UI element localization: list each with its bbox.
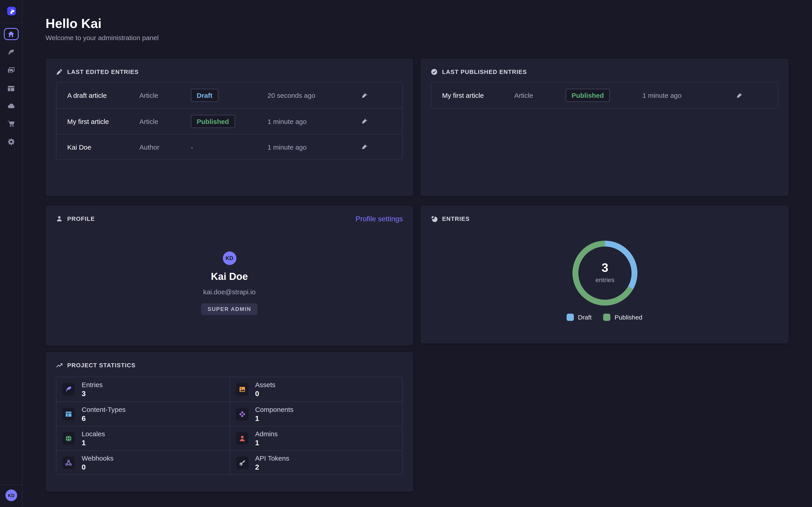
stat-entries: Entries 3 — [56, 377, 230, 402]
entry-name: Kai Doe — [67, 143, 139, 151]
legend-label: Published — [615, 314, 642, 321]
panel-title: PROJECT STATISTICS — [67, 362, 136, 369]
table-row: My first article Article Published 1 min… — [56, 108, 402, 134]
entries-count: 3 — [569, 261, 641, 275]
panel-header: ENTRIES — [431, 215, 470, 222]
entry-updated-at: 1 minute ago — [267, 143, 360, 151]
table-row: A draft article Article Draft 20 seconds… — [56, 82, 402, 108]
project-statistics-panel: PROJECT STATISTICS Entries 3 Assets 0 — [46, 352, 413, 492]
edit-entry-button[interactable] — [360, 116, 370, 127]
edit-entry-button[interactable] — [360, 90, 370, 101]
sidebar-item-marketplace[interactable] — [4, 119, 18, 128]
home-icon — [7, 31, 15, 38]
webhook-icon — [62, 456, 75, 469]
key-icon — [236, 456, 248, 469]
entry-updated-at: 20 seconds ago — [267, 92, 360, 99]
sidebar-item-content-manager[interactable] — [4, 48, 18, 57]
page-title: Hello Kai — [46, 16, 101, 31]
chart-legend: Draft Published — [420, 314, 789, 321]
profile-settings-link[interactable]: Profile settings — [355, 215, 403, 223]
feather-icon — [7, 48, 15, 56]
status-badge: Published — [566, 89, 610, 102]
profile-panel: PROFILE Profile settings KD Kai Doe kai.… — [46, 206, 413, 346]
stat-label: Admins — [255, 430, 278, 437]
panel-header: PROFILE — [56, 215, 95, 222]
legend-item-published: Published — [603, 314, 642, 321]
stat-label: Locales — [82, 430, 105, 437]
profile-name: Kai Doe — [211, 271, 248, 283]
stat-label: Components — [255, 406, 294, 412]
entries-panel: ENTRIES 3 entries Draft Published — [420, 206, 789, 343]
entry-type: Article — [139, 117, 191, 125]
pencil-icon — [361, 92, 368, 99]
user-avatar[interactable]: KD — [5, 490, 17, 501]
avatar: KD — [222, 251, 236, 265]
pie-chart-icon — [431, 215, 438, 222]
table-row: My first article Article Published 1 min… — [431, 82, 778, 108]
person-icon — [56, 215, 63, 222]
stat-webhooks: Webhooks 0 — [56, 450, 230, 474]
images-icon — [7, 66, 15, 74]
entry-name: My first article — [442, 92, 514, 99]
last-edited-table: A draft article Article Draft 20 seconds… — [56, 82, 403, 160]
legend-label: Draft — [578, 314, 592, 321]
pencil-icon — [361, 143, 368, 151]
panel-header: LAST PUBLISHED ENTRIES — [431, 68, 527, 75]
entry-type: Article — [139, 92, 191, 99]
trend-up-icon — [56, 362, 63, 369]
edit-entry-button[interactable] — [734, 90, 745, 101]
panel-header: PROJECT STATISTICS — [56, 362, 136, 369]
stat-value: 0 — [255, 390, 275, 397]
puzzle-icon — [236, 408, 248, 420]
entry-type: Author — [139, 143, 191, 151]
sidebar-item-settings[interactable] — [4, 137, 18, 146]
stat-admins: Admins 1 — [230, 426, 402, 450]
legend-item-draft: Draft — [567, 314, 592, 321]
stats-table: Entries 3 Assets 0 Content-Types — [56, 377, 403, 475]
stat-value: 3 — [82, 390, 103, 397]
cart-icon — [7, 120, 15, 127]
globe-icon — [62, 432, 75, 445]
stat-locales: Locales 1 — [56, 426, 230, 450]
sidebar-divider — [0, 22, 22, 23]
entries-count-label: entries — [569, 276, 641, 283]
pencil-icon — [361, 118, 368, 125]
legend-swatch-published — [603, 314, 611, 321]
stat-label: API Tokens — [255, 454, 289, 461]
page-subtitle: Welcome to your administration panel — [46, 34, 159, 42]
sidebar-item-deploy[interactable] — [4, 101, 18, 110]
stat-label: Webhooks — [82, 454, 113, 461]
sidebar-footer-divider — [0, 485, 22, 485]
stat-label: Entries — [82, 381, 103, 388]
sidebar-item-home[interactable] — [4, 28, 18, 40]
panel-title: ENTRIES — [442, 215, 470, 222]
sidebar-item-media-library[interactable] — [4, 66, 18, 75]
edit-entry-button[interactable] — [360, 142, 370, 152]
gear-icon — [7, 138, 15, 145]
stat-value: 0 — [82, 463, 113, 471]
profile-card: KD Kai Doe kai.doe@strapi.io SUPER ADMIN — [46, 251, 413, 315]
stat-content-types: Content-Types 6 — [56, 402, 230, 426]
strapi-admin-dashboard: KD Hello Kai Welcome to your administrat… — [0, 0, 812, 507]
strapi-logo[interactable] — [7, 7, 16, 15]
stat-label: Assets — [255, 381, 275, 388]
panel-header: LAST EDITED ENTRIES — [56, 68, 139, 75]
entry-updated-at: 1 minute ago — [642, 92, 734, 99]
stat-label: Content-Types — [82, 406, 125, 412]
stat-value: 6 — [82, 415, 125, 422]
pencil-icon — [56, 68, 63, 75]
status-badge: Published — [191, 115, 235, 128]
last-edited-entries-panel: LAST EDITED ENTRIES A draft article Arti… — [46, 59, 413, 196]
stat-value: 1 — [82, 439, 105, 446]
panel-title: LAST PUBLISHED ENTRIES — [442, 68, 527, 75]
role-badge: SUPER ADMIN — [201, 303, 258, 315]
layout-icon — [62, 408, 75, 420]
legend-swatch-draft — [567, 314, 574, 321]
stat-components: Components 1 — [230, 402, 402, 426]
donut-center-label: 3 entries — [569, 261, 641, 283]
sidebar-item-content-type-builder[interactable] — [4, 84, 18, 93]
table-row: Kai Doe Author - 1 minute ago — [56, 134, 402, 160]
check-circle-icon — [431, 68, 438, 75]
panel-title: LAST EDITED ENTRIES — [67, 68, 139, 75]
person-icon — [236, 432, 248, 445]
